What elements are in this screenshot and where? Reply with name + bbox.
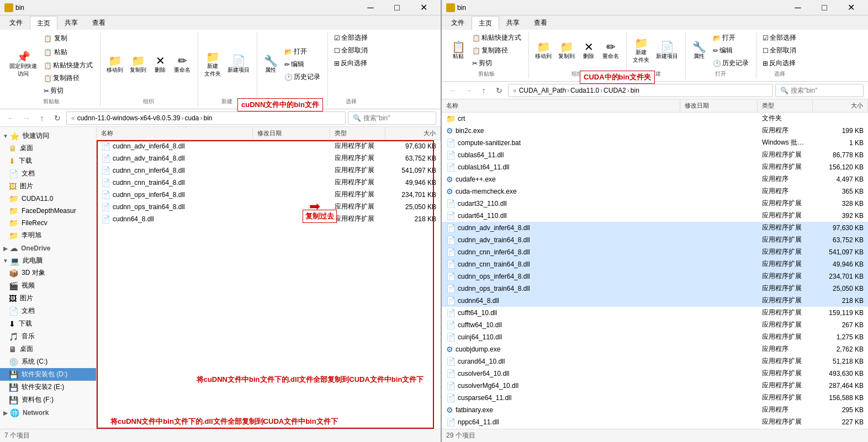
network-section[interactable]: ▶ 🌐 Network xyxy=(0,406,96,418)
copy-path-button[interactable]: 📋 复制路径 xyxy=(41,72,96,84)
up-button-left[interactable]: ↑ xyxy=(35,111,49,125)
sidebar-system-c[interactable]: 💿 系统 (C:) xyxy=(0,355,96,368)
copy-to-button[interactable]: 📁 复制到 xyxy=(127,54,149,76)
history-button[interactable]: 🕐 历史记录 xyxy=(282,71,323,83)
left-file-row-6[interactable]: 📄 cudnn64_8.dll 应用程序扩展 218 KB xyxy=(97,213,441,225)
paste-button-right[interactable]: 📋 粘贴 xyxy=(448,40,468,62)
right-search-box[interactable]: 🔍 xyxy=(775,84,864,97)
right-file-row-18[interactable]: 📄 cuinj64_110.dll 应用程序扩展 1,275 KB xyxy=(442,331,868,343)
sidebar-facedepth[interactable]: 📁 FaceDepthMeasur xyxy=(0,205,96,217)
path-segment-2[interactable]: cuda xyxy=(184,114,199,122)
col-header-name-left[interactable]: 名称 xyxy=(97,127,253,140)
right-file-row-9[interactable]: 📄 cudnn_adv_infer64_8.dll 应用程序扩展 97,630 … xyxy=(442,222,868,234)
right-path-4[interactable]: bin xyxy=(631,87,639,94)
right-file-row-11[interactable]: 📄 cudnn_cnn_infer64_8.dll 应用程序扩展 541,097… xyxy=(442,246,868,258)
close-button-right[interactable]: ✕ xyxy=(838,0,864,15)
right-file-row-5[interactable]: ⚙ cudafe++.exe 应用程序 4,497 KB xyxy=(442,173,868,185)
select-all-right[interactable]: ☑ 全部选择 xyxy=(760,32,799,44)
right-file-row-1[interactable]: ⚙ bin2c.exe 应用程序 199 KB xyxy=(442,125,868,137)
right-file-row-8[interactable]: 📄 cudart64_110.dll 应用程序扩展 392 KB xyxy=(442,210,868,222)
pin-quick-access-button[interactable]: 📌 固定到快速访问 xyxy=(7,50,40,79)
right-file-row-19[interactable]: ⚙ cuobjdump.exe 应用程序 2,762 KB xyxy=(442,343,868,355)
copy-path-right[interactable]: 📋 复制路径 xyxy=(469,45,524,56)
right-file-row-7[interactable]: 📄 cudart32_110.dll 应用程序扩展 328 KB xyxy=(442,198,868,210)
right-file-row-26[interactable]: 📄 nppial64_11.dll 应用程序扩展 10,653 KB xyxy=(442,428,868,429)
edit-right[interactable]: ✏ 编辑 xyxy=(710,45,751,56)
paste-shortcut-button[interactable]: 📋 粘贴快捷方式 xyxy=(41,60,96,71)
paste-shortcut-right[interactable]: 📋 粘贴快捷方式 xyxy=(469,32,524,44)
col-header-size-right[interactable]: 大小 xyxy=(813,99,868,112)
sidebar-drive-e[interactable]: 💾 软件安装2 (E:) xyxy=(0,381,96,393)
back-button-left[interactable]: ← xyxy=(4,111,18,125)
invert-select-button[interactable]: ⊞ 反向选择 xyxy=(331,57,370,69)
path-segment-3[interactable]: bin xyxy=(204,114,213,122)
left-file-row-2[interactable]: 📄 cudnn_cnn_infer64_8.dll 应用程序扩展 541,097… xyxy=(97,164,441,177)
forward-button-right[interactable]: → xyxy=(462,84,475,97)
maximize-button[interactable]: □ xyxy=(384,0,410,15)
cut-button[interactable]: ✂ 剪切 xyxy=(41,85,96,97)
edit-button[interactable]: ✏ 编辑 xyxy=(282,58,323,70)
tab-view-left[interactable]: 查看 xyxy=(85,15,113,30)
rename-right[interactable]: ✏ 重命名 xyxy=(600,40,622,62)
thispc-expand[interactable]: ▼ xyxy=(2,258,9,264)
right-file-row-6[interactable]: ⚙ cuda-memcheck.exe 应用程序 365 KB xyxy=(442,185,868,198)
right-file-row-24[interactable]: ⚙ fatbinary.exe 应用程序 295 KB xyxy=(442,404,868,416)
sidebar-music[interactable]: 🎵 音乐 xyxy=(0,330,96,343)
copy-to-right[interactable]: 📁 复制到 xyxy=(555,40,578,62)
sidebar-drive-f[interactable]: 💾 资料包 (F:) xyxy=(0,393,96,406)
rename-button[interactable]: ✏ 重命名 xyxy=(171,54,193,76)
col-header-type-left[interactable]: 类型 xyxy=(330,127,385,140)
col-header-date-right[interactable]: 修改日期 xyxy=(680,99,758,112)
sidebar-filerecv[interactable]: 📁 FileRecv xyxy=(0,217,96,229)
select-none-button[interactable]: ☐ 全部取消 xyxy=(331,45,371,56)
onedrive-expand[interactable]: ▶ xyxy=(2,245,9,252)
onedrive-section[interactable]: ▶ ☁ OneDrive xyxy=(0,242,96,254)
right-path-2[interactable]: Cuda11.0 xyxy=(570,87,599,94)
right-file-row-16[interactable]: 📄 cufft64_10.dll 应用程序扩展 159,119 KB xyxy=(442,307,868,319)
right-file-row-17[interactable]: 📄 cufftw64_10.dll 应用程序扩展 267 KB xyxy=(442,319,868,331)
col-header-type-right[interactable]: 类型 xyxy=(758,99,813,112)
minimize-button[interactable]: ─ xyxy=(358,0,383,15)
close-button[interactable]: ✕ xyxy=(411,0,436,15)
quick-access-section[interactable]: ▼ ⭐ 快速访问 xyxy=(0,129,96,142)
up-button-right[interactable]: ↑ xyxy=(477,84,490,97)
paste-button[interactable]: 📋 粘贴 xyxy=(41,46,96,58)
right-file-row-23[interactable]: 📄 cusparse64_11.dll 应用程序扩展 156,588 KB xyxy=(442,392,868,404)
invert-right[interactable]: ⊞ 反向选择 xyxy=(760,57,798,69)
sidebar-desktop[interactable]: 🖥 桌面 xyxy=(0,142,96,155)
new-item-button[interactable]: 📄 新建项目 xyxy=(225,54,252,76)
right-path-1[interactable]: CUDA_All_Path xyxy=(519,87,566,94)
right-search-input[interactable] xyxy=(791,87,859,94)
tab-file-left[interactable]: 文件 xyxy=(2,15,30,30)
right-file-row-12[interactable]: 📄 cudnn_cnn_train64_8.dll 应用程序扩展 49,946 … xyxy=(442,258,868,270)
new-folder-button[interactable]: 📁 新建文件夹 xyxy=(202,50,224,79)
delete-button[interactable]: ✕ 删除 xyxy=(150,54,170,76)
right-path-3[interactable]: CUDA2 xyxy=(604,87,626,94)
right-file-row-15[interactable]: 📄 cudnn64_8.dll 应用程序扩展 218 KB xyxy=(442,295,868,307)
open-button[interactable]: 📂 打开 xyxy=(282,46,323,57)
tab-file-right[interactable]: 文件 xyxy=(444,15,472,30)
left-file-row-0[interactable]: 📄 cudnn_adv_infer64_8.dll 应用程序扩展 97,630 … xyxy=(97,140,441,152)
col-header-date-left[interactable]: 修改日期 xyxy=(253,127,330,140)
forward-button-left[interactable]: → xyxy=(20,111,33,125)
right-file-row-2[interactable]: 📄 compute-sanitizer.bat Windows 批处理... 1… xyxy=(442,137,868,149)
right-file-row-25[interactable]: 📄 nppc64_11.dll 应用程序扩展 227 KB xyxy=(442,416,868,428)
maximize-button-right[interactable]: □ xyxy=(812,0,837,15)
select-all-button[interactable]: ☑ 全部选择 xyxy=(331,32,371,44)
sidebar-download[interactable]: ⬇ 下载 xyxy=(0,155,96,167)
history-right[interactable]: 🕐 历史记录 xyxy=(710,57,751,69)
select-none-right[interactable]: ☐ 全部取消 xyxy=(760,45,799,56)
left-file-row-4[interactable]: 📄 cudnn_ops_infer64_8.dll 应用程序扩展 234,701… xyxy=(97,189,441,201)
right-file-row-0[interactable]: 📁 crt 文件夹 xyxy=(442,113,868,125)
minimize-button-right[interactable]: ─ xyxy=(785,0,811,15)
col-header-size-left[interactable]: 大小 xyxy=(385,127,441,140)
left-file-row-3[interactable]: 📄 cudnn_cnn_train64_8.dll 应用程序扩展 49,946 … xyxy=(97,177,441,189)
delete-right[interactable]: ✕ 删除 xyxy=(579,40,599,62)
thispc-section[interactable]: ▼ 💻 此电脑 xyxy=(0,254,96,267)
right-file-row-21[interactable]: 📄 cusolver64_10.dll 应用程序扩展 493,630 KB xyxy=(442,368,868,380)
right-address-path[interactable]: « CUDA_All_Path › Cuda11.0 › CUDA2 › bin xyxy=(508,84,773,97)
left-address-path[interactable]: « cudnn-11.0-windows-x64-v8.0.5.39 › cud… xyxy=(66,111,346,125)
left-search-box[interactable]: 🔍 xyxy=(348,111,436,125)
path-segment-1[interactable]: cudnn-11.0-windows-x64-v8.0.5.39 xyxy=(77,114,181,122)
refresh-button-left[interactable]: ↻ xyxy=(51,111,64,125)
